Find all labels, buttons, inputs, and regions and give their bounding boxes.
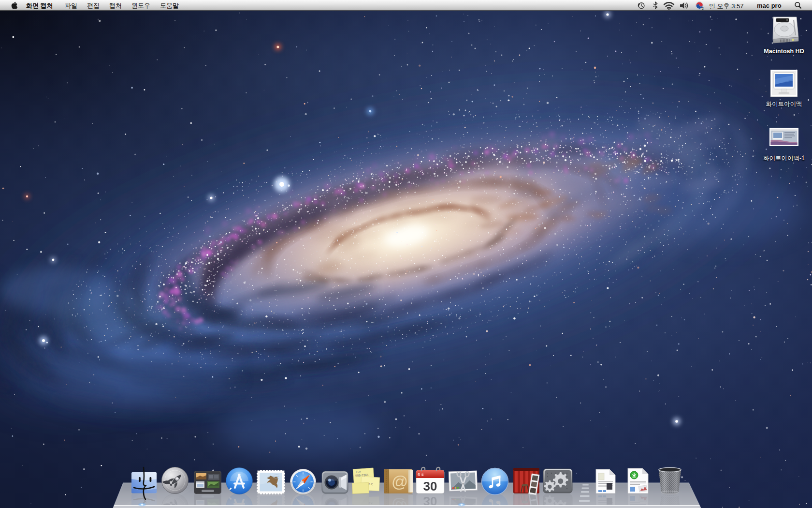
svg-text:2: 2 — [702, 7, 704, 10]
